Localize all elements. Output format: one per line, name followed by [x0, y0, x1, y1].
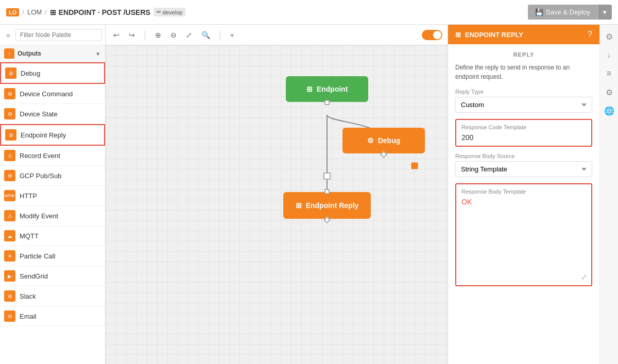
canvas-toolbar: ↩ ↪ | ⊕ ⊖ ⤢ 🔍 | + [106, 25, 448, 45]
sendgrid-icon: ▶ [4, 270, 15, 282]
slack-icon: ⚙ [4, 290, 15, 302]
http-icon: HTTP [4, 190, 15, 201]
debug-label: Debug [21, 70, 40, 77]
sidebar-item-device-state[interactable]: ⚙ Device State [0, 104, 105, 124]
svg-rect-1 [411, 163, 418, 169]
sidebar-collapse-button[interactable]: « [4, 30, 12, 40]
modify-event-icon: ⚠ [4, 210, 15, 221]
save-deploy-dropdown-button[interactable]: ▾ [597, 5, 612, 20]
section-expand-button[interactable]: ▾ [96, 50, 100, 58]
header-actions: 💾 Save & Deploy ▾ [528, 5, 612, 20]
panel-section-title: REPLY [455, 51, 592, 58]
right-bar-globe-button[interactable]: 🌐 [602, 103, 617, 118]
endpoint-reply-icon: ⚙ [5, 129, 16, 141]
redo-button[interactable]: ↪ [126, 29, 138, 41]
flow-node-debug[interactable]: ⚙ Debug [342, 128, 425, 153]
toggle-switch[interactable] [422, 30, 442, 40]
right-bar-layers-button[interactable]: ≡ [602, 66, 617, 81]
response-body-source-label: Response Body Source [455, 153, 592, 159]
slack-label: Slack [20, 292, 36, 300]
gcp-pubsub-icon: ⚙ [4, 170, 15, 181]
right-bar-config-button[interactable]: ⚙ [602, 84, 617, 100]
zoom-out-button[interactable]: ⊖ [168, 29, 179, 41]
endpoint-reply-node-label: Endpoint Reply [306, 201, 359, 210]
panel-header-label: ENDPOINT REPLY [465, 31, 523, 39]
branch-icon: ✏ [157, 9, 161, 15]
filter-node-palette-input[interactable] [15, 29, 102, 41]
sidebar-item-slack[interactable]: ⚙ Slack [0, 286, 105, 306]
main-layout: « ↑ Outputs ▾ ⚙ Debug ⚙ Device Command ⚙… [0, 25, 618, 364]
reply-type-label: Reply Type [455, 89, 592, 95]
debug-node-icon: ⚙ [367, 136, 374, 145]
response-code-input[interactable] [461, 133, 586, 142]
reply-type-select[interactable]: Custom Default Raw [455, 97, 592, 113]
mqtt-label: MQTT [20, 232, 39, 240]
sidebar-section-outputs: ↑ Outputs ▾ [0, 45, 105, 62]
sidebar-item-mqtt[interactable]: ☁ MQTT [0, 226, 105, 246]
sidebar-item-record-event[interactable]: ⚠ Record Event [0, 146, 105, 166]
save-deploy-label: Save & Deploy [546, 8, 590, 16]
sidebar-item-particle-call[interactable]: ✳ Particle Call [0, 246, 105, 266]
svg-rect-0 [324, 173, 330, 179]
response-body-source-select[interactable]: String Template Payload Path None [455, 161, 592, 177]
endpoint-icon: ⊞ [50, 8, 56, 16]
sidebar-item-debug[interactable]: ⚙ Debug [0, 62, 105, 84]
device-command-label: Device Command [20, 90, 73, 98]
zoom-search-button[interactable]: 🔍 [199, 29, 213, 41]
sidebar-item-http[interactable]: HTTP HTTP [0, 186, 105, 206]
toolbar-separator-1: | [144, 29, 146, 40]
debug-node-label: Debug [378, 136, 401, 145]
endpoint-reply-top-connector[interactable] [324, 189, 330, 194]
sidebar-item-gcp-pubsub[interactable]: ⚙ GCP Pub/Sub [0, 166, 105, 186]
fit-button[interactable]: ⤢ [183, 29, 195, 41]
outputs-section-label: Outputs [18, 50, 41, 57]
sidebar-items-list: ⚙ Debug ⚙ Device Command ⚙ Device State … [0, 62, 105, 364]
branch-label: develop [163, 9, 183, 15]
record-event-label: Record Event [20, 152, 60, 160]
response-body-template-group[interactable]: Response Body Template OK ⤢ [455, 183, 592, 286]
expand-icon[interactable]: ⤢ [581, 273, 587, 281]
sidebar-item-device-command[interactable]: ⚙ Device Command [0, 84, 105, 104]
branch-badge[interactable]: ✏ develop [153, 8, 186, 16]
add-node-button[interactable]: + [227, 29, 236, 41]
modify-event-label: Modify Event [20, 212, 58, 220]
zoom-in-button[interactable]: ⊕ [152, 29, 164, 41]
response-body-value[interactable]: OK [461, 198, 586, 281]
device-state-icon: ⚙ [4, 108, 15, 119]
response-body-template-label: Response Body Template [461, 188, 586, 195]
panel-body: REPLY Define the reply to send in respon… [448, 44, 599, 364]
device-command-icon: ⚙ [4, 88, 15, 99]
breadcrumb-sep2: / [45, 8, 47, 16]
endpoint-title-text: ENDPOINT · POST /USERS [59, 8, 150, 16]
endpoint-bottom-connector[interactable] [324, 100, 330, 105]
endpoint-node-label: Endpoint [317, 85, 348, 93]
canvas-grid[interactable]: ⊞ Endpoint ⚙ Debug ⊞ Endpoint Reply [106, 45, 448, 364]
flow-node-endpoint-reply[interactable]: ⊞ Endpoint Reply [283, 192, 371, 219]
outputs-section-icon: ↑ [4, 48, 14, 59]
sidebar-item-sendgrid[interactable]: ▶ SendGrid [0, 266, 105, 286]
debug-bottom-connector[interactable] [380, 151, 387, 158]
sidebar-item-endpoint-reply[interactable]: ⚙ Endpoint Reply [0, 124, 105, 146]
breadcrumb: LO / LOM / ⊞ ENDPOINT · POST /USERS ✏ de… [6, 8, 185, 16]
flow-node-endpoint[interactable]: ⊞ Endpoint [286, 76, 368, 102]
sendgrid-label: SendGrid [20, 272, 48, 280]
top-header: LO / LOM / ⊞ ENDPOINT · POST /USERS ✏ de… [0, 0, 618, 25]
right-bar-deploy-button[interactable]: ↓ [602, 47, 617, 63]
endpoint-reply-node-icon: ⊞ [296, 201, 302, 210]
sidebar-item-modify-event[interactable]: ⚠ Modify Event [0, 206, 105, 226]
save-deploy-button[interactable]: 💾 Save & Deploy [528, 5, 597, 20]
endpoint-reply-bottom-connector[interactable] [323, 216, 331, 223]
debug-icon: ⚙ [5, 67, 16, 79]
sidebar-item-email[interactable]: ✉ Email [0, 306, 105, 326]
right-bar-settings-button[interactable]: ⚙ [602, 29, 617, 44]
undo-button[interactable]: ↩ [111, 29, 122, 41]
panel-help-button[interactable]: ? [588, 30, 592, 39]
lom-label[interactable]: LOM [27, 8, 42, 16]
panel-header-icon: ⊞ [455, 31, 461, 39]
toolbar-separator-2: | [219, 29, 221, 40]
app-badge[interactable]: LO [6, 8, 19, 16]
right-icon-bar: ⚙ ↓ ≡ ⚙ 🌐 [599, 25, 618, 364]
record-event-icon: ⚠ [4, 150, 15, 161]
save-icon: 💾 [535, 8, 543, 16]
panel-description: Define the reply to send in response to … [455, 63, 592, 81]
